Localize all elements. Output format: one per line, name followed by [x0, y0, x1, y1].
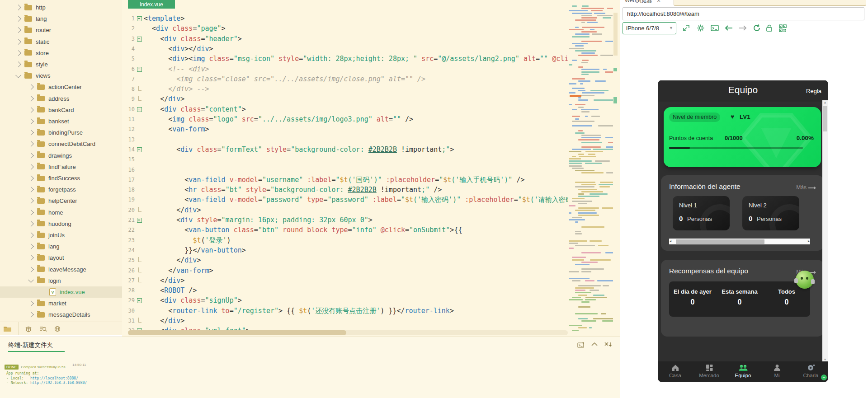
chevron-right-icon[interactable]: [28, 96, 34, 102]
folder-item-static[interactable]: static: [0, 36, 123, 47]
chevron-right-icon[interactable]: [28, 255, 34, 261]
agent-more-link[interactable]: Más: [796, 184, 816, 191]
fold-marker-icon[interactable]: [137, 16, 142, 21]
folder-item-style[interactable]: style: [0, 59, 123, 70]
folder-item-lang[interactable]: lang: [0, 13, 123, 24]
chevron-right-icon[interactable]: [15, 16, 21, 22]
file-explorer[interactable]: httplangrouterstaticstorestyleviewsactio…: [0, 0, 123, 322]
tab-mi[interactable]: Mi: [760, 361, 794, 382]
code-line-30[interactable]: 30 <router-link to="/register"> {{ $t('还…: [122, 306, 568, 316]
chevron-right-icon[interactable]: [28, 210, 34, 215]
code-line-13[interactable]: 13: [122, 135, 568, 145]
folder-item-forgetpass[interactable]: forgetpass: [0, 184, 123, 195]
folder-item-leaveMessage[interactable]: leaveMessage: [0, 264, 123, 275]
chevron-right-icon[interactable]: [15, 61, 21, 67]
tab-casa[interactable]: Casa: [658, 361, 692, 382]
resize-window-icon[interactable]: [680, 22, 692, 34]
chevron-right-icon[interactable]: [15, 28, 21, 33]
folder-item-actionCenter[interactable]: actionCenter: [0, 81, 123, 93]
code-line-29[interactable]: 29 <div class="signUp">: [122, 295, 568, 306]
folder-item-messageDetails[interactable]: messageDetails: [0, 309, 123, 320]
folder-item-login[interactable]: login: [0, 275, 123, 286]
scroll-up-icon[interactable]: ▲: [822, 101, 828, 104]
customer-service-robot-icon[interactable]: [796, 271, 814, 289]
chevron-right-icon[interactable]: [28, 107, 34, 113]
folder-item-views[interactable]: views: [0, 70, 123, 81]
local-url-link[interactable]: http://localhost:8080/: [30, 376, 78, 380]
terminal-tab[interactable]: 终端-新建文件夹: [8, 341, 53, 349]
folder-item-bankset[interactable]: bankset: [0, 116, 123, 127]
folder-item-home[interactable]: home: [0, 207, 123, 218]
code-line-2[interactable]: 2 <div class="page">: [122, 23, 568, 34]
code-line-28[interactable]: 28 <ROBOT />: [122, 286, 568, 296]
lock-icon[interactable]: [764, 22, 775, 34]
bug-icon[interactable]: [23, 324, 34, 334]
device-select[interactable]: iPhone 6/7/8▼: [623, 22, 676, 34]
folder-item-bindingPurse[interactable]: bindingPurse: [0, 127, 123, 138]
chevron-right-icon[interactable]: [28, 153, 34, 159]
folder-item-lang[interactable]: lang: [0, 241, 123, 252]
chevron-right-icon[interactable]: [28, 198, 34, 204]
levels-hscrollbar[interactable]: ◂ ▸: [669, 239, 810, 244]
code-line-11[interactable]: 11 <img class="logo" src="../../assets/i…: [122, 114, 568, 125]
chevron-right-icon[interactable]: [15, 39, 21, 45]
chevron-right-icon[interactable]: [28, 187, 34, 192]
code-line-21[interactable]: 21 <div style="margin: 16px; padding: 32…: [122, 215, 568, 225]
qr-code-icon[interactable]: [777, 22, 788, 34]
local-url-link[interactable]: http://192.168.3.168:8080/: [30, 381, 87, 385]
editor-hscrollbar[interactable]: [128, 330, 568, 335]
editor-hscrollbar-thumb[interactable]: [128, 330, 346, 335]
new-terminal-icon[interactable]: [577, 342, 585, 349]
page-scrollbar-thumb[interactable]: [823, 106, 827, 131]
code-line-1[interactable]: 1<template>: [122, 14, 568, 24]
code-editor[interactable]: index.vue 1<template>2 <div class="page"…: [122, 0, 620, 337]
search-list-icon[interactable]: [38, 324, 48, 334]
code-line-12[interactable]: 12 <van-form>: [122, 124, 568, 135]
folder-item-layout[interactable]: layout: [0, 252, 123, 263]
rules-link[interactable]: Regla: [806, 88, 821, 94]
tab-mercado[interactable]: Mercado: [692, 361, 726, 382]
chevron-right-icon[interactable]: [28, 130, 34, 136]
fold-marker-icon[interactable]: [137, 67, 142, 72]
scroll-left-icon[interactable]: ◂: [670, 239, 671, 243]
code-line-31[interactable]: 31 </div>: [122, 316, 568, 326]
forward-arrow-icon[interactable]: [737, 22, 749, 34]
folder-item-joinUs[interactable]: joinUs: [0, 229, 123, 241]
tab-equipo[interactable]: Equipo: [726, 361, 760, 382]
collapse-panel-icon[interactable]: [591, 342, 598, 348]
code-line-22[interactable]: 22 <van-button class="btn" round block t…: [122, 225, 568, 235]
code-line-18[interactable]: 18 <hr class="bt" style="background-colo…: [122, 185, 568, 195]
scroll-down-icon[interactable]: ▼: [822, 358, 828, 361]
chevron-down-icon[interactable]: [15, 72, 21, 78]
levels-hscrollbar-thumb[interactable]: [676, 239, 764, 244]
page-scrollbar[interactable]: ▲ ▼: [822, 100, 828, 361]
code-line-15[interactable]: 15: [122, 155, 568, 165]
code-line-25[interactable]: 25 </div>: [122, 255, 568, 266]
code-line-24[interactable]: 24 }}</van-button>: [122, 245, 568, 256]
fold-marker-icon[interactable]: [137, 298, 142, 303]
settings-gear-icon[interactable]: [695, 22, 707, 34]
console-icon[interactable]: [709, 22, 721, 34]
chevron-right-icon[interactable]: [28, 221, 34, 227]
chevron-right-icon[interactable]: [28, 118, 34, 124]
code-line-19[interactable]: 19 <van-field v-model="password" type="p…: [122, 195, 568, 205]
chevron-right-icon[interactable]: [28, 300, 34, 306]
chevron-down-icon[interactable]: [28, 277, 34, 283]
folder-icon[interactable]: [2, 324, 13, 334]
chevron-right-icon[interactable]: [28, 243, 34, 249]
folder-item-address[interactable]: address: [0, 93, 123, 104]
code-line-23[interactable]: 23 $t('登录'): [122, 235, 568, 246]
url-input[interactable]: http://localhost:8080/#/team: [623, 7, 864, 20]
refresh-icon[interactable]: [751, 22, 763, 34]
folder-item-findFailure[interactable]: findFailure: [0, 161, 123, 173]
folder-item-connectDebitCard[interactable]: connectDebitCard: [0, 138, 123, 150]
fold-marker-icon[interactable]: [137, 37, 142, 42]
folder-item-helpCenter[interactable]: helpCenter: [0, 195, 123, 206]
chevron-right-icon[interactable]: [28, 232, 34, 238]
minimap-viewport[interactable]: [613, 13, 618, 56]
folder-item-huodong[interactable]: huodong: [0, 218, 123, 229]
code-line-10[interactable]: 10 <div class="content">: [122, 104, 568, 115]
folder-item-market[interactable]: market: [0, 298, 123, 309]
chevron-right-icon[interactable]: [28, 164, 34, 170]
close-panel-icon[interactable]: [604, 342, 613, 349]
